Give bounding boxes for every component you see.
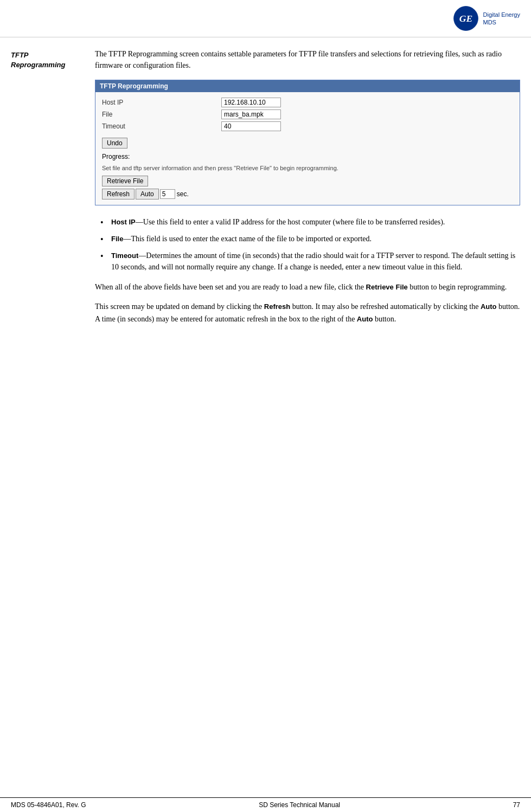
paragraph-1: When all of the above fields have been s… bbox=[95, 281, 520, 293]
section-title: TFTP Reprogramming bbox=[11, 50, 95, 70]
logo-container: GE Digital Energy MDS bbox=[453, 5, 520, 31]
list-item-file: File—This field is used to enter the exa… bbox=[100, 233, 520, 244]
footer-right: 77 bbox=[513, 801, 520, 809]
file-keyword: File bbox=[111, 235, 123, 243]
auto-ref-2: Auto bbox=[357, 315, 373, 323]
progress-label: Progress: bbox=[102, 153, 513, 160]
timeout-keyword: Timeout bbox=[111, 252, 138, 260]
tftp-box-body: Host IP File Timeout Undo Progress: bbox=[95, 92, 520, 205]
host-ip-label: Host IP bbox=[102, 99, 221, 106]
host-ip-row: Host IP bbox=[102, 98, 513, 107]
tftp-box-title: TFTP Reprogramming bbox=[95, 80, 520, 92]
timeout-description: —Determines the amount of time (in secon… bbox=[111, 252, 515, 271]
page-footer: MDS 05-4846A01, Rev. G SD Series Technic… bbox=[0, 797, 531, 812]
page-header: GE Digital Energy MDS bbox=[0, 0, 531, 37]
ge-logo-icon: GE bbox=[453, 5, 479, 31]
retrieve-file-ref: Retrieve File bbox=[366, 283, 408, 291]
sec-label: sec. bbox=[177, 190, 189, 198]
host-ip-input[interactable] bbox=[221, 98, 281, 107]
file-description: —This field is used to enter the exact n… bbox=[123, 235, 372, 243]
paragraph-2: This screen may be updated on demand by … bbox=[95, 301, 520, 325]
footer-left: MDS 05-4846A01, Rev. G bbox=[11, 801, 86, 809]
list-item-timeout: Timeout—Determines the amount of time (i… bbox=[100, 250, 520, 273]
refresh-button[interactable]: Refresh bbox=[102, 189, 135, 199]
timeout-input[interactable] bbox=[221, 121, 281, 131]
section-title-column: TFTP Reprogramming bbox=[11, 48, 95, 333]
content-column: The TFTP Reprogramming screen contains s… bbox=[95, 48, 520, 333]
host-ip-keyword: Host IP bbox=[111, 218, 136, 226]
auto-button[interactable]: Auto bbox=[136, 189, 159, 199]
feature-list: Host IP—Use this field to enter a valid … bbox=[95, 216, 520, 273]
timeout-row: Timeout bbox=[102, 121, 513, 131]
bottom-controls: Refresh Auto sec. bbox=[102, 189, 513, 199]
intro-paragraph: The TFTP Reprogramming screen contains s… bbox=[95, 48, 520, 71]
info-text: Set file and tftp server information and… bbox=[102, 165, 513, 171]
svg-text:GE: GE bbox=[459, 13, 472, 24]
footer-center: SD Series Technical Manual bbox=[259, 801, 340, 809]
sec-input[interactable] bbox=[160, 189, 175, 199]
auto-ref: Auto bbox=[481, 302, 497, 311]
tftp-reprogramming-box: TFTP Reprogramming Host IP File Timeout bbox=[95, 80, 520, 205]
main-content: TFTP Reprogramming The TFTP Reprogrammin… bbox=[0, 37, 531, 344]
file-label: File bbox=[102, 111, 221, 118]
undo-button[interactable]: Undo bbox=[102, 138, 127, 149]
file-input[interactable] bbox=[221, 109, 281, 119]
refresh-ref: Refresh bbox=[264, 302, 290, 311]
host-ip-description: —Use this field to enter a valid IP addr… bbox=[136, 218, 445, 226]
file-row: File bbox=[102, 109, 513, 119]
logo-text: Digital Energy MDS bbox=[483, 11, 520, 27]
list-item-host-ip: Host IP—Use this field to enter a valid … bbox=[100, 216, 520, 228]
timeout-label: Timeout bbox=[102, 123, 221, 130]
retrieve-file-button[interactable]: Retrieve File bbox=[102, 176, 148, 186]
